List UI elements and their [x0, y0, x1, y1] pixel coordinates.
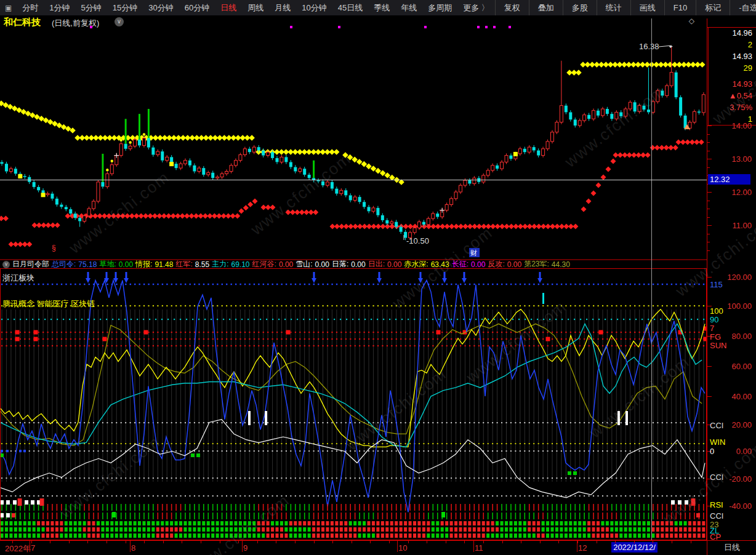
sar-red-dot	[699, 139, 704, 145]
crosshair-date-label: 2022/12/12/一	[611, 542, 657, 553]
window-icon[interactable]: ▣	[0, 4, 17, 12]
sar-red-dot	[313, 209, 318, 215]
toolbar-period-13[interactable]: 多周期	[422, 0, 457, 15]
last-price: 14.93	[732, 79, 752, 89]
indicator-name[interactable]: 日月司令部	[12, 260, 49, 268]
toolbar-period-7[interactable]: 周线	[242, 0, 269, 15]
month-label: 9	[243, 543, 247, 553]
white-bar-marker	[625, 411, 628, 425]
green-square-marker	[191, 453, 195, 457]
sar-red-dot	[55, 222, 60, 228]
indicator-level-label: 90	[710, 315, 718, 324]
crosshair-horizontal	[0, 180, 707, 180]
magenta-signal-dot	[90, 26, 92, 28]
toolbar-period-1[interactable]: 1分钟	[44, 0, 75, 15]
period-label: 日线	[707, 541, 756, 555]
magenta-signal-dot	[290, 26, 292, 28]
white-bar-marker	[248, 411, 251, 425]
toolbar-period-9[interactable]: 10分钟	[296, 0, 332, 15]
bid-price: 14.93	[732, 52, 752, 61]
month-label: 10	[398, 543, 407, 553]
toolbar-period-0[interactable]: 分时	[17, 0, 44, 15]
toolbar-period-10[interactable]: 45日线	[332, 0, 368, 15]
sar-red-dot	[581, 206, 586, 212]
red-square-marker	[34, 330, 38, 335]
ind-field-label-7: 日落:	[332, 260, 348, 268]
main-candlestick-chart[interactable]: 16.38-10.50§财	[0, 18, 707, 262]
red-square-marker	[103, 337, 107, 341]
sar-red-dot	[252, 198, 257, 204]
sar-yellow-dot	[576, 70, 582, 76]
toolbar-action-7[interactable]: -自选	[730, 0, 756, 15]
white-bar-marker	[617, 411, 620, 425]
chevron-down-icon[interactable]: ∨	[2, 261, 10, 268]
ind-field-value-0: 75.18	[78, 260, 97, 268]
red-square-marker	[34, 337, 38, 341]
ind-field-label-10: 长征:	[452, 260, 468, 268]
toolbar-period-2[interactable]: 5分钟	[76, 0, 107, 15]
high-price-annotation: 16.38	[639, 42, 659, 51]
blue-square-marker	[23, 450, 26, 452]
ind-field-label-12: 第23军:	[524, 260, 549, 268]
ind-field-label-9: 赤水深:	[404, 260, 428, 268]
toolbar-period-6[interactable]: 日线	[215, 0, 242, 15]
sar-red-dot	[610, 158, 616, 164]
indicator-axis-label: 80.00	[731, 332, 752, 341]
red-square-marker	[436, 330, 441, 335]
top-toolbar: ▣ 分时1分钟5分钟15分钟30分钟60分钟日线周线月线10分钟45日线季线年线…	[0, 0, 756, 16]
svg-text:财: 财	[470, 249, 477, 257]
toolbar-action-5[interactable]: F10	[664, 0, 696, 15]
indicator-panel-chart[interactable]	[0, 268, 707, 540]
blue-down-arrow	[313, 272, 315, 279]
sar-red-dot	[595, 182, 601, 188]
indicator-axis-label: 120.00	[727, 273, 752, 282]
indicator-header: ∨ 日月司令部 总司令:75.18草地:0.00情报:91.48红军:8.55主…	[0, 260, 707, 268]
toolbar-period-4[interactable]: 30分钟	[143, 0, 179, 15]
ind-field-label-8: 日出:	[368, 260, 385, 268]
ask-volume: 2	[748, 40, 752, 49]
blue-down-arrow	[115, 272, 117, 279]
sar-yellow-dot	[249, 135, 255, 141]
toolbar-period-14[interactable]: 更多 〉	[457, 0, 495, 15]
toolbar-period-8[interactable]: 月线	[269, 0, 296, 15]
yellow-dot-marker	[111, 160, 113, 162]
blue-square-marker	[6, 450, 9, 452]
red-square-marker	[144, 330, 148, 335]
yellow-square-marker	[41, 193, 46, 197]
ind-field-label-0: 总司令:	[52, 260, 76, 268]
toolbar-period-5[interactable]: 60分钟	[179, 0, 215, 15]
rsi-white-marker	[31, 500, 34, 505]
toolbar-period-11[interactable]: 季线	[368, 0, 395, 15]
indicator-level-label: CP	[710, 532, 721, 541]
indicator-level-label: WIN	[710, 437, 725, 447]
toolbar-action-2[interactable]: 多股	[563, 0, 597, 15]
low-price-annotation: -10.50	[406, 236, 429, 246]
magenta-signal-dot	[477, 26, 480, 28]
toolbar-action-0[interactable]: 复权	[495, 0, 529, 15]
indicator-level-label: 100	[710, 306, 723, 316]
quote-box: 14.96 2 14.93 29 14.93 ▲0.54 3.75% 1	[708, 27, 756, 126]
blue-down-arrow	[464, 272, 465, 279]
toolbar-period-12[interactable]: 年线	[395, 0, 422, 15]
toolbar-action-4[interactable]: 画线	[630, 0, 664, 15]
magenta-signal-dot	[509, 26, 511, 28]
blue-down-arrow	[379, 272, 380, 279]
blue-down-arrow	[106, 272, 108, 279]
toolbar-period-3[interactable]: 15分钟	[107, 0, 143, 15]
indicator-axis-label: -20.00	[729, 474, 752, 484]
indicator-level-label: CCI	[710, 511, 723, 521]
crosshair-vertical	[651, 18, 652, 540]
ind-field-value-7: 0.00	[351, 260, 365, 268]
series-white	[0, 420, 705, 498]
magenta-signal-dot	[485, 26, 488, 28]
green-square-marker	[196, 453, 200, 457]
sar-red-dot	[270, 204, 275, 210]
toolbar-action-1[interactable]: 叠加	[529, 0, 563, 15]
toolbar-action-3[interactable]: 统计	[597, 0, 630, 15]
sar-yellow-dot	[699, 62, 706, 68]
trading-app-window: ▣ 分时1分钟5分钟15分钟30分钟60分钟日线周线月线10分钟45日线季线年线…	[0, 0, 756, 555]
red-square-marker	[599, 330, 603, 335]
ind-field-value-12: 44.30	[552, 260, 570, 268]
sar-red-dot	[235, 213, 240, 218]
toolbar-action-6[interactable]: 标记	[696, 0, 730, 15]
